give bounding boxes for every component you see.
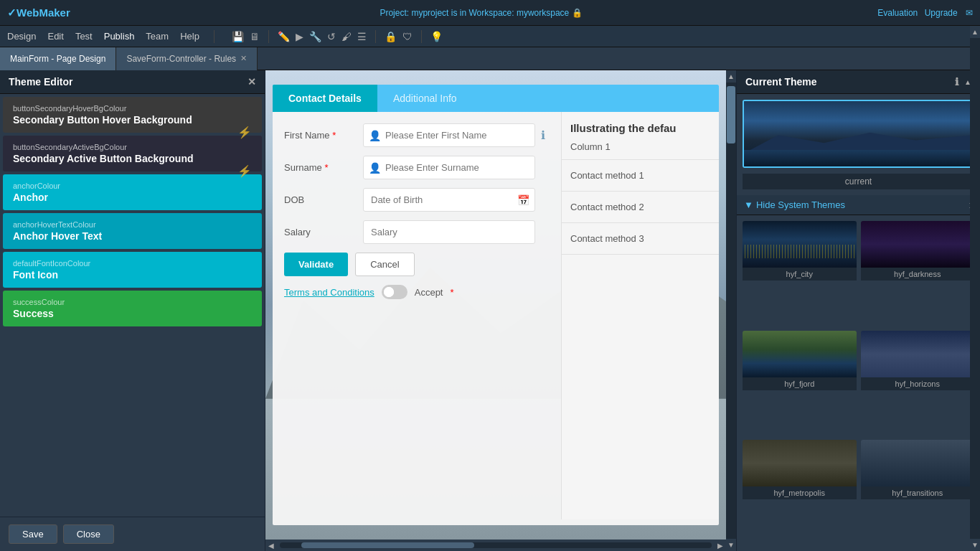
- save-icon[interactable]: 💾: [232, 31, 244, 42]
- scroll-right-arrow[interactable]: ▶: [715, 542, 726, 550]
- app-logo: ✓ WebMaker: [7, 6, 70, 19]
- menu-edit[interactable]: Edit: [47, 31, 63, 42]
- mail-icon[interactable]: ✉: [966, 8, 973, 18]
- brush-icon[interactable]: 🖌: [341, 31, 352, 42]
- hide-themes-label: ▼ Hide System Themes: [744, 199, 845, 210]
- right-panel: Current Theme ℹ ▲ current ▼ Hide System …: [736, 70, 980, 551]
- tool-icon[interactable]: 🔧: [309, 31, 321, 42]
- surname-input-wrap: 👤: [363, 156, 535, 179]
- salary-input[interactable]: [363, 220, 535, 244]
- dob-input[interactable]: [363, 188, 535, 212]
- menu-divider-2: [268, 30, 269, 43]
- user-icon-surname: 👤: [369, 162, 381, 174]
- theme-city[interactable]: hyf_city: [743, 221, 857, 326]
- tab-saveform[interactable]: SaveForm-Controller - Rules ✕: [116, 47, 258, 70]
- firstname-row: First Name * 👤 ℹ: [284, 123, 561, 147]
- swatch-success[interactable]: successColour Success: [3, 291, 262, 326]
- scroll-down-arrow[interactable]: ▼: [725, 539, 736, 551]
- firstname-input-wrap: 👤: [363, 123, 535, 147]
- illustrating-text: Illustrating the defau: [562, 112, 719, 138]
- close-button[interactable]: Close: [63, 524, 114, 544]
- terms-row: Terms and Conditions Accept *: [284, 285, 561, 299]
- run-icon[interactable]: ▶: [296, 31, 303, 42]
- surname-input[interactable]: [363, 156, 535, 179]
- tab-saveform-label: SaveForm-Controller - Rules: [126, 54, 236, 64]
- tab-mainform[interactable]: MainForm - Page Design: [0, 47, 116, 70]
- contact-method-1[interactable]: Contact method 1: [562, 160, 719, 192]
- menu-team[interactable]: Team: [146, 31, 169, 42]
- swatch-font-icon[interactable]: defaultFontIconColour Font Icon: [3, 252, 262, 288]
- menu-test[interactable]: Test: [75, 31, 93, 42]
- theme-darkness[interactable]: hyf_darkness: [861, 221, 975, 326]
- swatch-id-6: successColour: [13, 298, 252, 306]
- theme-transitions[interactable]: hyf_transitions: [861, 440, 975, 545]
- right-panel-vscroll[interactable]: ▲ ▼: [970, 70, 980, 551]
- metropolis-label: hyf_metropolis: [743, 486, 857, 499]
- validate-button[interactable]: Validate: [284, 253, 348, 276]
- bulb-icon[interactable]: 💡: [430, 31, 443, 42]
- tab-contact-details[interactable]: Contact Details: [273, 85, 377, 112]
- monitor-icon[interactable]: 🖥: [250, 31, 260, 42]
- theme-fjord[interactable]: hyf_fjord: [743, 331, 857, 436]
- tab-additional-info[interactable]: Additional Info: [377, 85, 473, 112]
- info-icon-firstname[interactable]: ℹ: [541, 128, 545, 142]
- cancel-button[interactable]: Cancel: [355, 253, 414, 276]
- dob-row: DOB 📅: [284, 188, 561, 212]
- horizontal-scrollbar[interactable]: ◀ ▶: [265, 540, 726, 551]
- swatch-label-4: Anchor Hover Text: [13, 230, 252, 242]
- contact-method-3[interactable]: Contact method 3: [562, 223, 719, 255]
- contact-method-2[interactable]: Contact method 2: [562, 192, 719, 223]
- terms-link[interactable]: Terms and Conditions: [284, 287, 374, 298]
- theme-editor-close[interactable]: ✕: [248, 76, 256, 88]
- current-theme-header: Current Theme ℹ ▲: [737, 70, 980, 94]
- list-icon[interactable]: ☰: [357, 31, 367, 42]
- scroll-left-arrow[interactable]: ◀: [265, 542, 277, 550]
- theme-editor-panel: Theme Editor ✕ buttonSecondaryHoverBgCol…: [0, 70, 265, 551]
- theme-editor-title: Theme Editor: [9, 76, 72, 88]
- swatch-icon-2[interactable]: ⚡: [237, 164, 252, 178]
- close-tab-icon[interactable]: ✕: [240, 54, 247, 63]
- eval-text: Evaluation: [877, 8, 918, 18]
- firstname-input[interactable]: [363, 123, 535, 147]
- hide-themes-toggle[interactable]: ▼ Hide System Themes ℹ: [737, 195, 980, 215]
- edit-icon[interactable]: ✏️: [278, 31, 290, 42]
- menu-publish[interactable]: Publish: [104, 31, 135, 42]
- swatch-secondary-hover[interactable]: buttonSecondaryHoverBgColour Secondary B…: [3, 97, 262, 133]
- darkness-img: [861, 221, 975, 268]
- rp-scroll-down[interactable]: ▼: [969, 539, 980, 551]
- rp-scroll-track: [970, 70, 980, 539]
- upgrade-link[interactable]: Upgrade: [925, 8, 958, 18]
- lock-icon[interactable]: 🔒: [385, 31, 397, 42]
- swatch-label-1: Secondary Button Hover Background: [13, 114, 252, 126]
- theme-swatches-list: buttonSecondaryHoverBgColour Secondary B…: [0, 94, 265, 517]
- theme-horizons[interactable]: hyf_horizons: [861, 331, 975, 436]
- form-fields: First Name * 👤 ℹ Su: [273, 112, 561, 519]
- swatch-anchor[interactable]: anchorColour Anchor: [3, 174, 262, 210]
- fjord-label: hyf_fjord: [743, 377, 857, 390]
- form-container: Contact Details Additional Info First Na…: [273, 85, 719, 525]
- main-content: Theme Editor ✕ buttonSecondaryHoverBgCol…: [0, 70, 980, 551]
- project-info-text: Project: myproject is in Workspace: mywo…: [380, 8, 569, 18]
- swatch-secondary-active[interactable]: buttonSecondaryActiveBgColour Secondary …: [3, 136, 262, 171]
- swatch-anchor-hover[interactable]: anchorHoverTextColour Anchor Hover Text: [3, 213, 262, 249]
- accept-toggle[interactable]: [382, 285, 407, 299]
- scroll-thumb-v: [727, 86, 735, 143]
- save-button[interactable]: Save: [9, 524, 57, 544]
- current-theme-label: current: [743, 174, 974, 189]
- project-info: Project: myproject is in Workspace: mywo…: [85, 8, 877, 18]
- accept-req: *: [450, 287, 453, 298]
- swatch-icon-1[interactable]: ⚡: [237, 126, 252, 139]
- theme-metropolis[interactable]: hyf_metropolis: [743, 440, 857, 545]
- swatch-label-5: Font Icon: [13, 269, 252, 281]
- shield-icon[interactable]: 🛡: [402, 31, 413, 42]
- calendar-icon[interactable]: 📅: [517, 194, 529, 206]
- toolbar-icons: 💾 🖥 ✏️ ▶ 🔧 ↺ 🖌 ☰ 🔒 🛡 💡: [232, 30, 443, 43]
- current-theme-preview: [743, 100, 974, 168]
- menu-design[interactable]: Design: [7, 31, 36, 42]
- chevron-down-icon: ▼: [744, 199, 753, 210]
- menu-help[interactable]: Help: [180, 31, 199, 42]
- refresh-icon[interactable]: ↺: [327, 31, 336, 42]
- scroll-up-arrow[interactable]: ▲: [725, 70, 736, 83]
- vertical-scrollbar[interactable]: ▲ ▼: [726, 70, 736, 551]
- theme-info-icon[interactable]: ℹ: [955, 76, 958, 88]
